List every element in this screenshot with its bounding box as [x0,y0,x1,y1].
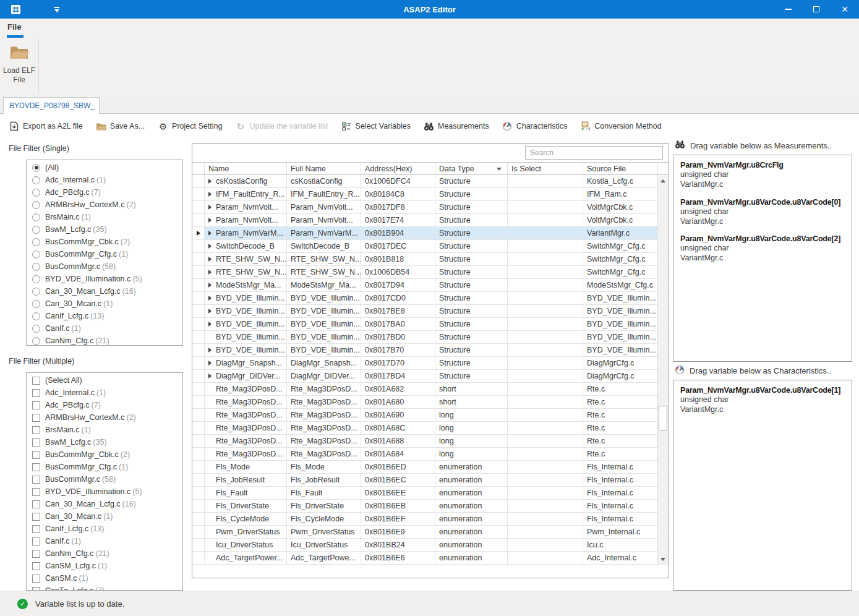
table-row[interactable]: Fls_DriverState Fls_DriverState 0x801B6E… [192,500,669,513]
file-filter-multiple-option[interactable]: ARMBrsHw_CortexM.c(2) [27,411,182,424]
data-type-cell[interactable]: enumeration [435,461,508,473]
is-select-cell[interactable] [508,175,583,187]
source-file-cell[interactable]: BYD_VDE_Illumin... [583,305,658,317]
full-name-cell[interactable]: ModeStsMgr_Ma... [287,279,361,291]
address-cell[interactable]: 0x801A688 [361,435,435,447]
source-file-cell[interactable]: BYD_VDE_Illumin... [583,331,658,343]
data-type-cell[interactable]: Structure [435,318,508,330]
is-select-cell[interactable] [508,435,583,447]
source-file-cell[interactable]: BYD_VDE_Illumin... [583,318,658,330]
is-select-cell[interactable] [508,214,583,226]
table-row[interactable]: csKostiaConfig csKostiaConfig 0x1006DFC4… [192,175,669,188]
full-name-cell[interactable]: BYD_VDE_Illumin... [287,344,361,356]
data-type-cell[interactable]: Structure [435,266,508,278]
is-select-cell[interactable] [508,383,583,395]
name-cell[interactable]: SwitchDecode_B [205,240,287,252]
table-row[interactable]: DiagMgr_DIDVer... DiagMgr_DIDVer... 0x80… [192,370,669,383]
name-cell[interactable]: DiagMgr_Snapsh... [205,357,287,369]
scroll-up-button[interactable] [658,176,668,186]
name-cell[interactable]: Fls_CycleMode [205,513,287,525]
source-file-cell[interactable]: IFM_Ram.c [583,188,658,200]
table-row[interactable]: BYD_VDE_Illumin... BYD_VDE_Illumin... 0x… [192,331,669,344]
name-cell[interactable]: Rte_Mag3DPosD... [205,448,287,460]
data-type-cell[interactable]: Structure [435,175,508,187]
is-select-cell[interactable] [508,253,583,265]
expander-icon[interactable] [208,257,212,262]
address-cell[interactable]: 0x8017BD0 [361,331,435,343]
address-cell[interactable]: 0x801A68C [361,422,435,434]
address-cell[interactable]: 0x801B904 [361,227,435,239]
scroll-thumb[interactable] [659,406,667,430]
is-select-cell[interactable] [508,461,583,473]
file-filter-multiple-option[interactable]: BYD_VDE_Illumination.c(5) [27,486,182,498]
is-select-cell[interactable] [508,448,583,460]
table-row[interactable]: Rte_Mag3DPosD... Rte_Mag3DPosD... 0x801A… [192,435,669,448]
expander-icon[interactable] [208,218,212,223]
is-select-cell[interactable] [508,318,583,330]
table-row[interactable]: Param_NvmVarM... Param_NvmVarM... 0x801B… [192,227,669,240]
radio-button[interactable] [32,213,40,221]
full-name-cell[interactable]: Rte_Mag3DPosD... [287,396,361,408]
row-selector-cell[interactable] [192,474,205,486]
table-row[interactable]: Rte_Mag3DPosD... Rte_Mag3DPosD... 0x801A… [192,383,669,396]
row-selector-cell[interactable] [192,383,205,395]
file-filter-single-option[interactable]: CanIf_Lcfg.c(13) [27,310,182,322]
source-file-cell[interactable]: Adc_Internal.c [583,552,658,564]
file-filter-single-option[interactable]: Adc_PBcfg.c(7) [27,186,182,199]
row-selector-cell[interactable] [192,292,205,304]
checkbox[interactable] [32,414,40,422]
address-cell[interactable]: 0x801B6EE [361,487,435,499]
source-file-cell[interactable]: Rte.c [583,396,658,408]
name-cell[interactable]: BYD_VDE_Illumin... [205,344,287,356]
table-row[interactable]: Param_NvmVolt... Param_NvmVolt... 0x8017… [192,201,669,214]
full-name-cell[interactable]: IFM_FaultEntry_R... [287,188,361,200]
expander-icon[interactable] [208,309,212,314]
row-selector-cell[interactable] [192,539,205,551]
expander-icon[interactable] [208,296,212,301]
file-filter-multiple-option[interactable]: CanNm_Cfg.c(21) [27,547,182,560]
table-row[interactable]: Pwm_DriverStatus Pwm_DriverStatus 0x801B… [192,526,669,539]
name-cell[interactable]: Rte_Mag3DPosD... [205,396,287,408]
name-cell[interactable]: BYD_VDE_Illumin... [205,305,287,317]
radio-button[interactable] [32,263,40,271]
file-filter-multiple-option[interactable]: CanIf.c(1) [27,535,182,547]
is-select-cell[interactable] [508,201,583,213]
full-name-cell[interactable]: Rte_Mag3DPosD... [287,435,361,447]
radio-button[interactable] [32,300,40,308]
expander-icon[interactable] [208,205,212,210]
checkbox[interactable] [32,463,40,471]
address-cell[interactable]: 0x801A690 [361,409,435,421]
address-cell[interactable]: 0x801B6EB [361,500,435,512]
checkbox[interactable] [32,438,40,447]
measurements-drop-zone[interactable]: Param_NvmVarMgr.u8CrcFlg unsigned char V… [673,155,852,362]
address-cell[interactable]: 0x801A684 [361,448,435,460]
name-cell[interactable]: BYD_VDE_Illumin... [205,318,287,330]
source-file-cell[interactable]: BYD_VDE_Illumin... [583,292,658,304]
full-name-cell[interactable]: Fls_DriverState [287,500,361,512]
table-row[interactable]: Fls_CycleMode Fls_CycleMode 0x801B6EF en… [192,513,669,526]
row-selector-cell[interactable] [192,318,205,330]
full-name-cell[interactable]: Icu_DriverStatus [287,539,361,551]
row-selector-cell[interactable] [192,409,205,421]
file-filter-single-option[interactable]: BswM_Lcfg.c(35) [27,223,182,236]
table-row[interactable]: Fls_JobResult Fls_JobResult 0x801B6EC en… [192,474,669,487]
source-file-cell[interactable]: BYD_VDE_Illumin... [583,344,658,356]
table-row[interactable]: Rte_Mag3DPosD... Rte_Mag3DPosD... 0x801A… [192,409,669,422]
expander-icon[interactable] [208,374,212,379]
column-header-address[interactable]: Address(Hex) [361,163,435,174]
name-cell[interactable]: DiagMgr_DIDVer... [205,370,287,382]
source-file-cell[interactable]: VoltMgrCbk.c [583,201,658,213]
file-filter-multiple-option[interactable]: Adc_Internal.c(1) [27,387,182,399]
file-filter-single-option[interactable]: BusCommMgr_Cfg.c(1) [27,248,182,260]
is-select-cell[interactable] [508,188,583,200]
file-filter-multiple-option[interactable]: BrsMain.c(1) [27,424,182,436]
source-file-cell[interactable]: Rte.c [583,448,658,460]
full-name-cell[interactable]: RTE_SHW_SW_N... [287,266,361,278]
data-type-cell[interactable]: Structure [435,201,508,213]
is-select-cell[interactable] [508,409,583,421]
source-file-cell[interactable]: Fls_Internal.c [583,461,658,473]
maximize-button[interactable] [802,0,831,19]
radio-button[interactable] [32,337,40,345]
row-selector-cell[interactable] [192,279,205,291]
radio-button[interactable] [32,238,40,246]
